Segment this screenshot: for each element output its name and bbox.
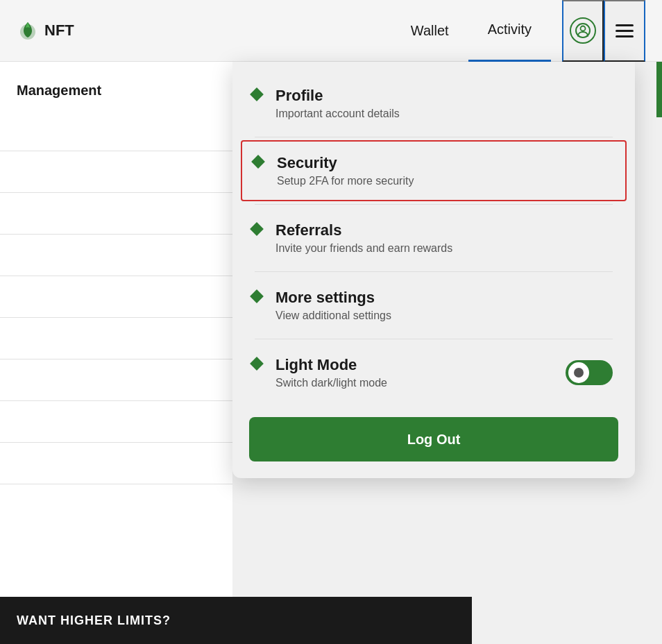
light-mode-desc: Switch dark/light mode [275, 377, 554, 389]
toggle-knob-inner [574, 368, 584, 378]
toggle-knob [568, 362, 589, 383]
bg-line-2 [0, 151, 232, 193]
menu-item-profile[interactable]: Profile Important account details [232, 73, 635, 134]
hamburger-icon [616, 24, 634, 37]
main-nav: Wallet Activity [391, 0, 551, 62]
referrals-diamond-icon [250, 222, 264, 236]
profile-diamond-icon [250, 87, 264, 101]
banner-text: WANT HIGHER LIMITS? [17, 613, 171, 628]
dark-banner: WANT HIGHER LIMITS? [0, 597, 472, 644]
profile-content: Profile Important account details [275, 87, 613, 120]
profile-desc: Important account details [275, 108, 613, 120]
divider-1 [255, 137, 613, 137]
light-mode-toggle[interactable] [566, 360, 613, 385]
security-content: Security Setup 2FA for more security [277, 154, 611, 187]
logo-text: NFT [44, 22, 74, 40]
divider-4 [255, 339, 613, 339]
bg-line-7 [0, 359, 232, 401]
svg-point-2 [581, 26, 586, 31]
nav-activity[interactable]: Activity [468, 0, 551, 62]
light-mode-diamond-icon [250, 357, 264, 371]
menu-button[interactable] [604, 0, 645, 62]
divider-2 [255, 204, 613, 205]
bg-line-9 [0, 443, 232, 484]
bg-line-8 [0, 401, 232, 443]
menu-item-referrals[interactable]: Referrals Invite your friends and earn r… [232, 207, 635, 269]
header-icons [562, 0, 645, 62]
bg-line-4 [0, 235, 232, 276]
more-settings-content: More settings View additional settings [275, 289, 613, 322]
divider-3 [255, 271, 613, 272]
more-settings-diamond-icon [250, 289, 264, 303]
light-mode-content: Light Mode Switch dark/light mode [275, 356, 613, 389]
more-settings-desc: View additional settings [275, 310, 613, 322]
bg-line-5 [0, 276, 232, 318]
toggle-area: Light Mode Switch dark/light mode [275, 356, 613, 389]
bg-line-3 [0, 193, 232, 235]
header: NFT Wallet Activity [0, 0, 662, 62]
nft-logo-icon [17, 19, 39, 42]
referrals-desc: Invite your friends and earn rewards [275, 242, 613, 255]
green-accent [656, 62, 662, 117]
toggle-knob-dot [577, 371, 581, 375]
more-settings-title: More settings [275, 289, 613, 307]
security-desc: Setup 2FA for more security [277, 175, 611, 187]
nav-wallet[interactable]: Wallet [391, 0, 468, 62]
management-title: Management [0, 62, 232, 110]
menu-item-more-settings[interactable]: More settings View additional settings [232, 275, 635, 336]
menu-item-security[interactable]: Security Setup 2FA for more security [241, 140, 627, 201]
profile-icon [570, 17, 596, 44]
security-diamond-icon [251, 155, 265, 169]
bg-line-6 [0, 318, 232, 359]
bg-line-1 [0, 110, 232, 151]
logout-button[interactable]: Log Out [249, 417, 618, 461]
logo-area: NFT [17, 19, 391, 42]
profile-title: Profile [275, 87, 613, 105]
menu-item-light-mode[interactable]: Light Mode Switch dark/light mode [232, 342, 635, 403]
light-mode-title: Light Mode [275, 356, 554, 374]
dropdown-menu: Profile Important account details Securi… [232, 62, 635, 478]
referrals-content: Referrals Invite your friends and earn r… [275, 221, 613, 255]
left-panel: Management [0, 62, 232, 644]
security-title: Security [277, 154, 611, 172]
bg-lines [0, 110, 232, 484]
referrals-title: Referrals [275, 221, 613, 239]
profile-button[interactable] [562, 0, 604, 62]
